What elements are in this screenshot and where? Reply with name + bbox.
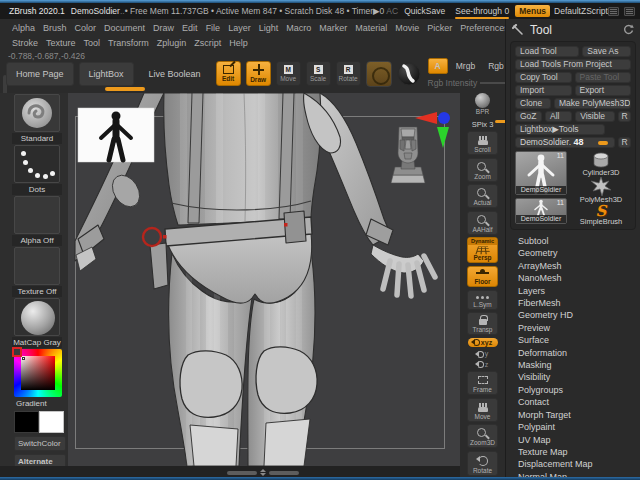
goz-button[interactable]: GoZ bbox=[515, 111, 542, 122]
material-sphere-icon[interactable] bbox=[397, 62, 421, 86]
menu-item[interactable]: Color bbox=[71, 22, 101, 34]
menu-item[interactable]: Brush bbox=[39, 22, 71, 34]
canvas-horizontal-scrollbar[interactable] bbox=[227, 469, 299, 476]
edit-mode-button[interactable]: Edit bbox=[216, 61, 241, 86]
dock-left-panel-icon[interactable] bbox=[608, 7, 619, 16]
lightbox-tools-button[interactable]: Lightbox▶Tools bbox=[515, 124, 605, 135]
previous-tool-thumbnail[interactable]: 11 DemoSoldier bbox=[515, 198, 567, 224]
subpalette-header[interactable]: Geometry HD bbox=[506, 309, 640, 321]
local-symmetry-button[interactable]: L.Sym bbox=[467, 290, 498, 310]
menu-item[interactable]: Light bbox=[255, 22, 283, 34]
switch-color-button[interactable]: SwitchColor bbox=[14, 436, 66, 451]
secondary-color-swatch[interactable] bbox=[39, 411, 64, 433]
copy-tool-button[interactable]: Copy Tool bbox=[515, 72, 572, 83]
gradient-label[interactable]: Gradient bbox=[14, 397, 68, 410]
quicksave-button[interactable]: QuickSave bbox=[404, 6, 445, 16]
menu-item[interactable]: Help bbox=[225, 37, 252, 49]
subpalette-header[interactable]: Deformation bbox=[506, 347, 640, 359]
subpalette-header[interactable]: Subtool bbox=[506, 235, 640, 247]
menu-item[interactable]: Material bbox=[351, 22, 391, 34]
live-boolean-button[interactable]: Live Boolean bbox=[139, 62, 211, 86]
scrollbar-segment[interactable] bbox=[269, 471, 299, 475]
subpalette-header[interactable]: Layers bbox=[506, 285, 640, 297]
export-button[interactable]: Export bbox=[575, 85, 632, 96]
spix-slider[interactable]: SPix 3 bbox=[472, 120, 494, 129]
active-tool-thumbnail[interactable]: 11 DemoSoldier bbox=[515, 151, 567, 195]
lightbox-divider-handle[interactable] bbox=[105, 87, 145, 91]
menu-item[interactable]: Macro bbox=[282, 22, 315, 34]
stroke-tile[interactable] bbox=[14, 145, 60, 183]
restore-configuration-icon[interactable] bbox=[623, 24, 634, 35]
menu-item[interactable]: Texture bbox=[42, 37, 80, 49]
home-page-button[interactable]: Home Page bbox=[6, 62, 74, 86]
menu-item[interactable]: Tool bbox=[80, 37, 105, 49]
material-tile[interactable] bbox=[14, 298, 60, 336]
subpalette-header[interactable]: UV Map bbox=[506, 434, 640, 446]
frame-button[interactable]: Frame bbox=[467, 371, 498, 395]
load-tool-button[interactable]: Load Tool bbox=[515, 46, 579, 57]
recent-color-swatch[interactable] bbox=[12, 347, 22, 357]
zoom-3d-button[interactable]: Zoom3D bbox=[467, 424, 498, 448]
transparency-button[interactable]: Transp bbox=[467, 312, 498, 335]
actual-size-button[interactable]: Actual bbox=[467, 184, 498, 208]
menu-item[interactable]: Zscript bbox=[190, 37, 225, 49]
move-3d-button[interactable]: Move bbox=[467, 398, 498, 422]
see-through-slider[interactable]: See-through 0 bbox=[455, 6, 509, 17]
subpalette-header[interactable]: Contact bbox=[506, 396, 640, 408]
menu-item[interactable]: Edit bbox=[178, 22, 202, 34]
subpalette-header[interactable]: Texture Map bbox=[506, 446, 640, 458]
save-as-button[interactable]: Save As bbox=[582, 46, 631, 57]
load-tools-from-project-button[interactable]: Load Tools From Project bbox=[515, 59, 631, 70]
menu-item[interactable]: Stroke bbox=[8, 37, 42, 49]
subpalette-header[interactable]: Preview bbox=[506, 322, 640, 334]
cylinder3d-tool[interactable]: Cylinder3D bbox=[582, 152, 619, 177]
menu-item[interactable]: Draw bbox=[149, 22, 178, 34]
lightbox-button[interactable]: LightBox bbox=[79, 62, 134, 86]
mrgb-toggle[interactable]: Mrgb bbox=[451, 59, 480, 73]
polymesh3d-tool[interactable]: PolyMesh3D bbox=[580, 177, 623, 204]
brush-tile[interactable] bbox=[14, 94, 60, 132]
subpalette-header[interactable]: ArrayMesh bbox=[506, 260, 640, 272]
a-toggle[interactable]: A bbox=[428, 58, 448, 74]
perspective-button[interactable]: Dynamic Persp bbox=[467, 237, 498, 263]
active-tool-slider[interactable]: DemoSoldier. 48 bbox=[515, 137, 615, 148]
color-picker[interactable] bbox=[14, 349, 62, 397]
subpalette-header[interactable]: Surface bbox=[506, 334, 640, 346]
tool-palette-header[interactable]: Tool bbox=[506, 19, 640, 40]
menu-item[interactable]: Movie bbox=[391, 22, 423, 34]
color-picker-square[interactable] bbox=[21, 356, 55, 390]
subpalette-header[interactable]: Visibility bbox=[506, 371, 640, 383]
bpr-render-button[interactable]: BPR bbox=[467, 90, 498, 117]
goz-visible-button[interactable]: Visible bbox=[575, 111, 615, 122]
rotate-mode-button[interactable]: R Rotate bbox=[336, 61, 361, 86]
subpalette-header[interactable]: Morph Target bbox=[506, 409, 640, 421]
subpalette-header[interactable]: Geometry bbox=[506, 247, 640, 259]
scrollbar-arrows[interactable] bbox=[260, 469, 266, 476]
subpalette-header[interactable]: Displacement Map bbox=[506, 458, 640, 470]
subpalette-header[interactable]: FiberMesh bbox=[506, 297, 640, 309]
alpha-tile[interactable] bbox=[14, 196, 60, 234]
menu-item[interactable]: Transform bbox=[104, 37, 153, 49]
make-polymesh3d-button[interactable]: Make PolyMesh3D bbox=[554, 98, 631, 109]
move-mode-button[interactable]: M Move bbox=[276, 61, 301, 86]
scroll-up-icon[interactable] bbox=[260, 469, 266, 472]
scroll-down-icon[interactable] bbox=[260, 473, 266, 476]
rotate-z-button[interactable]: z bbox=[477, 361, 489, 369]
menu-item[interactable]: Zplugin bbox=[153, 37, 191, 49]
default-zscript-button[interactable]: DefaultZScript bbox=[554, 6, 608, 16]
scale-mode-button[interactable]: S Scale bbox=[306, 61, 331, 86]
menu-item[interactable]: Marker bbox=[315, 22, 351, 34]
draw-mode-button[interactable]: Draw bbox=[246, 61, 271, 86]
subpalette-header[interactable]: Masking bbox=[506, 359, 640, 371]
zoom-button[interactable]: Zoom bbox=[467, 158, 498, 182]
menu-item[interactable]: Layer bbox=[224, 22, 255, 34]
menu-item[interactable]: File bbox=[202, 22, 225, 34]
menus-toggle-button[interactable]: Menus bbox=[515, 5, 550, 17]
subpalette-header[interactable]: Polygroups bbox=[506, 384, 640, 396]
menu-item[interactable]: Alpha bbox=[8, 22, 39, 34]
brush-preview-button[interactable] bbox=[366, 61, 392, 87]
menu-item[interactable]: Document bbox=[100, 22, 149, 34]
document-canvas[interactable] bbox=[68, 93, 460, 466]
texture-tile[interactable] bbox=[14, 247, 60, 285]
goz-all-button[interactable]: All bbox=[545, 111, 572, 122]
